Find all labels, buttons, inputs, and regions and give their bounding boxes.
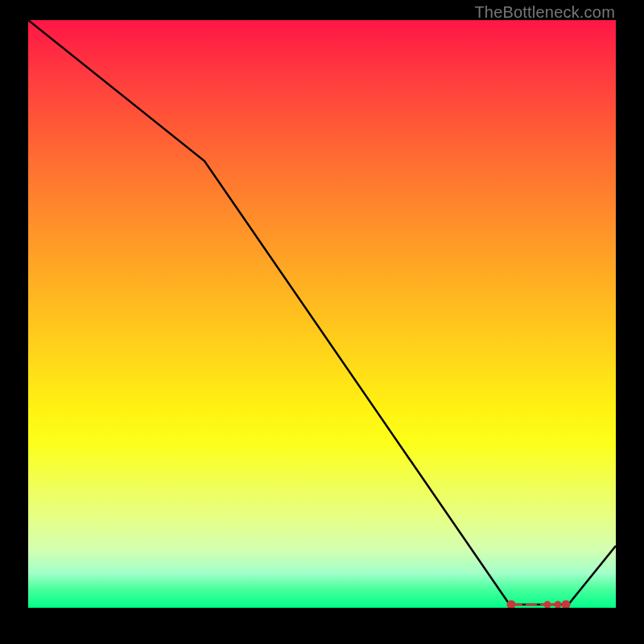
chart-container: TheBottleneck.com	[0, 0, 644, 644]
svg-point-6	[555, 602, 560, 607]
svg-point-4	[545, 602, 550, 607]
watermark-text: TheBottleneck.com	[474, 3, 615, 22]
chart-line-layer	[28, 20, 616, 608]
svg-point-7	[563, 601, 569, 608]
data-line	[28, 20, 616, 605]
